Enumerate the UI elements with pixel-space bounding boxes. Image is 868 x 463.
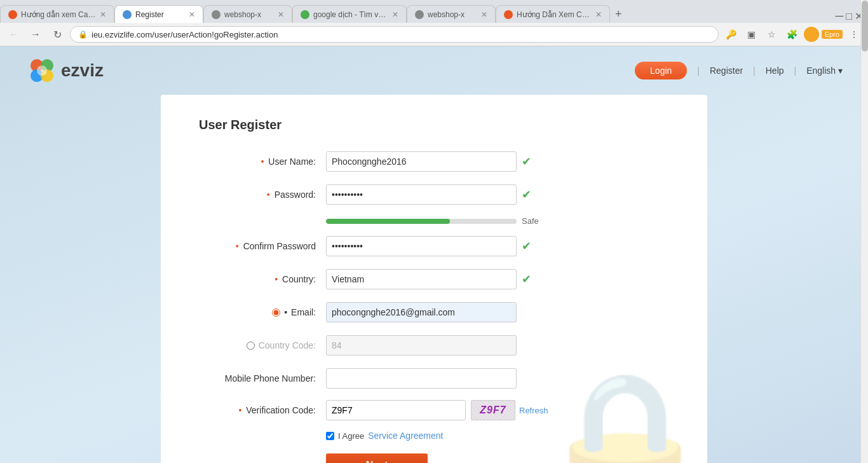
browser-chrome: Hướng dẫn xem Came... ✕ Register ✕ websh… [0,0,868,46]
toolbar-icons: 🔑 ▣ ☆ 🧩 Epro ⋮ [722,25,863,43]
cast-icon[interactable]: ▣ [743,25,761,43]
tab-close-4[interactable]: ✕ [392,10,398,19]
tab-favicon-6 [504,10,513,19]
tab-label-3: webshop-x [224,10,274,19]
country-label: • Country: [199,274,326,284]
strength-bar-fill [326,219,450,224]
page-wrapper: ezviz Login | Register | Help | English … [0,46,868,463]
logo-area: ezviz [25,54,104,87]
verification-label: • Verification Code: [199,405,326,415]
browser-tab-1[interactable]: Hướng dẫn xem Came... ✕ [0,5,114,23]
tab-label-6: Hướng Dẫn Xem Came... [517,10,592,19]
address-bar[interactable]: 🔒 ieu.ezvizlife.com/user/userAction!goRe… [70,26,719,43]
browser-tab-4[interactable]: google dịch - Tìm với G... ✕ [292,5,407,23]
secure-icon: 🔒 [78,30,88,39]
minimize-button[interactable]: ─ [836,10,844,23]
reload-button[interactable]: ↻ [48,25,66,43]
password-valid-icon: ✔ [522,188,531,202]
tab-close-5[interactable]: ✕ [481,10,487,19]
address-bar-row: ← → ↻ 🔒 ieu.ezvizlife.com/user/userActio… [0,23,868,46]
service-agreement-link[interactable]: Service Agreement [368,431,443,441]
strength-bar-bg [326,219,517,224]
tab-label-5: webshop-x [428,10,477,19]
phone-radio[interactable] [247,342,255,350]
svg-point-4 [37,66,47,76]
email-row: • Email: [199,301,669,324]
browser-tab-6[interactable]: Hướng Dẫn Xem Came... ✕ [496,5,610,23]
main-card: 🔒 User Register • User Name: ✔ • Passwor… [161,95,707,463]
tab-favicon-3 [212,10,220,19]
agree-checkbox[interactable] [326,432,334,440]
phone-row: Mobile Phone Number: [199,367,669,390]
confirm-password-label: • Confirm Password [199,241,326,251]
maximize-button[interactable]: □ [846,11,852,22]
tab-favicon-1 [8,10,17,19]
tab-close-6[interactable]: ✕ [595,10,602,19]
password-strength-row: Safe [326,216,669,226]
forward-button[interactable]: → [27,25,44,43]
next-btn-row: Next [326,453,669,463]
site-header: ezviz Login | Register | Help | English … [0,46,868,95]
captcha-image: Z9F7 [471,400,515,420]
country-input[interactable] [326,269,517,289]
scrollbar-thumb[interactable] [862,1,868,52]
tab-bar: Hướng dẫn xem Came... ✕ Register ✕ websh… [0,0,868,23]
country-row: • Country: ✔ [199,268,669,291]
browser-tab-3[interactable]: webshop-x ✕ [203,5,292,23]
nav-right: Login | Register | Help | English ▾ [635,62,843,79]
email-label: Email: [291,307,316,317]
back-button[interactable]: ← [5,25,23,43]
verification-input[interactable] [326,400,466,420]
help-link[interactable]: Help [766,66,784,76]
ezviz-logo-icon [25,54,58,87]
language-selector[interactable]: English ▾ [806,66,843,76]
next-button[interactable]: Next [326,453,428,463]
email-input[interactable] [326,302,517,322]
tab-close-1[interactable]: ✕ [100,10,106,19]
tab-label-1: Hướng dẫn xem Came... [21,10,96,19]
nav-sep-2: | [753,66,756,76]
username-row: • User Name: ✔ [199,150,669,173]
confirm-password-valid-icon: ✔ [522,239,531,253]
register-link[interactable]: Register [710,66,743,76]
tab-label-2: Register [135,10,185,19]
agree-label: I Agree [338,431,364,441]
verification-row: • Verification Code: Z9F7 Refresh [199,400,669,420]
email-radio[interactable] [272,308,280,317]
nav-sep-3: | [794,66,797,76]
tab-label-4: google dịch - Tìm với G... [313,10,388,19]
scrollbar[interactable] [860,0,868,463]
captcha-text: Z9F7 [480,404,506,416]
tab-close-3[interactable]: ✕ [278,10,284,19]
country-code-input[interactable] [326,335,517,356]
refresh-captcha-button[interactable]: Refresh [519,406,548,415]
username-valid-icon: ✔ [522,155,531,169]
browser-tab-2[interactable]: Register ✕ [114,5,203,23]
nav-sep-1: | [697,66,700,76]
strength-label: Safe [522,216,539,226]
country-valid-icon: ✔ [522,272,531,286]
tab-favicon-5 [415,10,424,19]
agree-row: I Agree Service Agreement [326,431,669,441]
epro-badge: Epro [822,30,843,39]
country-code-label: Country Code: [259,340,316,350]
form-title: User Register [199,118,669,132]
logo-text: ezviz [61,60,104,81]
username-input[interactable] [326,151,517,172]
bookmark-icon[interactable]: ☆ [763,25,781,43]
tab-close-2[interactable]: ✕ [189,10,195,19]
browser-tab-5[interactable]: webshop-x ✕ [407,5,496,23]
url-text: ieu.ezvizlife.com/user/userAction!goRegi… [92,30,278,39]
username-label: • User Name: [199,156,326,167]
phone-input[interactable] [326,368,517,389]
new-tab-button[interactable]: + [610,5,627,23]
extension-icon[interactable]: 🧩 [783,25,801,43]
tab-favicon-4 [301,10,309,19]
avatar-icon[interactable] [804,27,819,42]
password-input[interactable] [326,184,517,205]
confirm-password-input[interactable] [326,236,517,256]
login-button[interactable]: Login [635,62,687,79]
email-label-area: • Email: [199,307,326,317]
key-icon[interactable]: 🔑 [722,25,740,43]
country-code-label-area: Country Code: [199,340,326,350]
